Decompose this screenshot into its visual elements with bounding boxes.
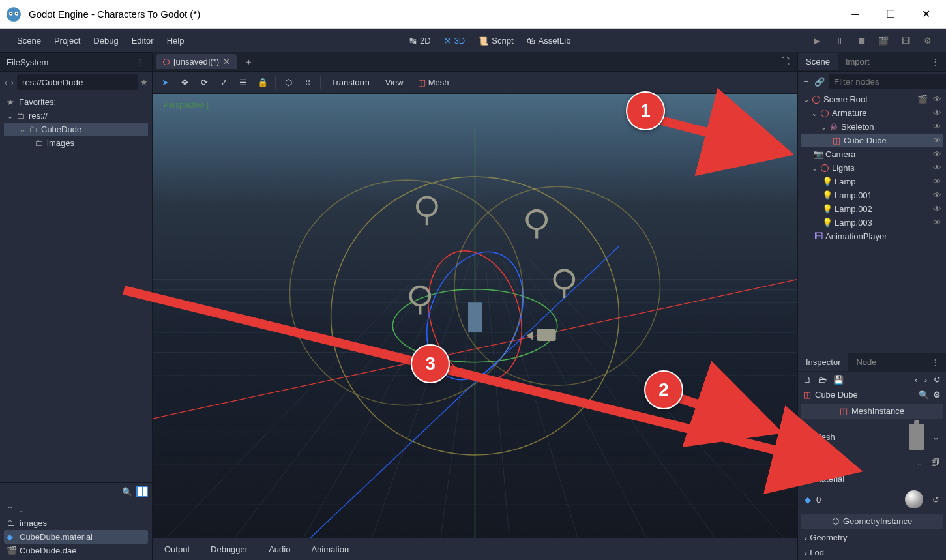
category-material[interactable]: ⌄Material — [798, 471, 946, 486]
inspect-settings-icon[interactable]: ⚙ — [933, 390, 941, 400]
filesystem-menu-icon[interactable]: ⋮ — [136, 57, 145, 67]
material-reset-icon[interactable]: ↺ — [928, 495, 939, 505]
distraction-free-icon[interactable]: ⛶ — [777, 57, 793, 66]
node-lights[interactable]: ⌄Lights👁 — [801, 161, 943, 175]
scene-tab[interactable]: Scene — [798, 53, 838, 70]
link-node-icon[interactable]: 🔗 — [814, 75, 825, 88]
visibility-icon[interactable]: 👁 — [933, 122, 941, 132]
file-search-icon[interactable]: 🔍 — [122, 487, 132, 497]
workspace-assetlib[interactable]: 🛍AssetLib — [520, 33, 578, 48]
mesh-thumbnail[interactable] — [909, 424, 924, 450]
visibility-icon[interactable]: 👁 — [933, 95, 941, 104]
minimize-button[interactable]: ─ — [846, 5, 865, 24]
favorites-label[interactable]: ★Favorites: — [4, 95, 148, 109]
path-input[interactable] — [17, 74, 138, 90]
node-lamp[interactable]: 💡Lamp👁 — [801, 175, 943, 188]
play-button[interactable]: ▶ — [809, 33, 825, 48]
history-icon[interactable]: ↺ — [934, 375, 941, 385]
category-lod[interactable]: ›Lod — [798, 545, 946, 560]
history-forward-icon[interactable]: › — [924, 375, 927, 385]
clapboard-icon[interactable]: 🎬 — [917, 95, 930, 104]
res-root[interactable]: ⌄🗀res:// — [4, 109, 148, 123]
nav-back-icon[interactable]: ‹ — [4, 76, 8, 89]
node-lamp-001[interactable]: 💡Lamp.001👁 — [801, 188, 943, 202]
workspace-script[interactable]: 📜Script — [471, 33, 520, 48]
menu-scene[interactable]: Scene — [10, 32, 48, 50]
select-tool-icon[interactable]: ➤ — [158, 76, 172, 90]
node-animation-player[interactable]: 🎞AnimationPlayer — [801, 229, 943, 243]
section-meshinstance[interactable]: ◫MeshInstance — [801, 404, 943, 419]
folder-cubedude[interactable]: ⌄🗀CubeDude — [4, 123, 148, 136]
filter-nodes-input[interactable] — [829, 74, 946, 89]
view-menu[interactable]: View — [380, 78, 409, 87]
resource-load-icon[interactable]: 🗁 — [818, 375, 827, 385]
tab-close-icon[interactable]: ✕ — [223, 57, 230, 66]
resource-new-icon[interactable]: 🗋 — [803, 375, 812, 385]
visibility-icon[interactable]: 👁 — [933, 108, 941, 118]
inspector-tab[interactable]: Inspector — [798, 353, 848, 371]
visibility-icon[interactable]: 👁 — [933, 190, 941, 200]
stop-button[interactable]: ⏹ — [853, 33, 869, 48]
workspace-3d[interactable]: ⤧3D — [437, 33, 472, 48]
scale-tool-icon[interactable]: ⤢ — [216, 76, 231, 90]
file-grid-view-icon[interactable] — [136, 486, 148, 497]
file-up[interactable]: 🗀.. — [4, 503, 148, 516]
import-tab[interactable]: Import — [838, 53, 878, 70]
node-cube-dube[interactable]: ◫Cube Dube👁 — [801, 134, 943, 147]
favorite-icon[interactable]: ★ — [140, 78, 148, 87]
render-settings-icon[interactable]: ⚙ — [920, 33, 936, 48]
section-geometryinstance[interactable]: ⬡GeometryInstance — [801, 514, 943, 529]
node-tab[interactable]: Node — [848, 353, 884, 371]
inspector-menu-icon[interactable]: ⋮ — [926, 357, 946, 367]
debugger-tab[interactable]: Debugger — [207, 542, 252, 557]
output-tab[interactable]: Output — [160, 542, 194, 557]
transform-menu[interactable]: Transform — [326, 78, 375, 87]
prop-mesh[interactable]: ⁑ Mesh ⌄ — [798, 420, 946, 454]
snap-tool-icon[interactable]: ⁞⁞ — [301, 76, 315, 90]
nav-forward-icon[interactable]: › — [10, 76, 14, 89]
menu-help[interactable]: Help — [160, 32, 191, 50]
cube-tool-icon[interactable]: ⬡ — [281, 76, 295, 90]
inspect-search-icon[interactable]: 🔍 — [919, 390, 929, 400]
mesh-menu[interactable]: ◫Mesh — [414, 78, 453, 87]
node-lamp-003[interactable]: 💡Lamp.003👁 — [801, 216, 943, 229]
node-camera[interactable]: 📷Camera👁 — [801, 147, 943, 161]
menu-debug[interactable]: Debug — [87, 32, 125, 50]
prop-skeleton[interactable]: Skeleton .. 🗐 — [798, 454, 946, 471]
3d-viewport[interactable]: [ Perspective ] — [153, 94, 797, 538]
node-lamp-002[interactable]: 💡Lamp.002👁 — [801, 202, 943, 216]
pause-button[interactable]: ⏸ — [831, 33, 847, 48]
list-tool-icon[interactable]: ☰ — [236, 76, 250, 90]
resource-save-icon[interactable]: 💾 — [833, 375, 844, 385]
node-scene-root[interactable]: ⌄Scene Root🎬👁 — [801, 93, 943, 106]
visibility-icon[interactable]: 👁 — [933, 204, 941, 214]
file-images[interactable]: 🗀images — [4, 516, 148, 530]
audio-tab[interactable]: Audio — [265, 542, 294, 557]
workspace-2d[interactable]: ↹2D — [403, 33, 437, 48]
scene-panel-menu-icon[interactable]: ⋮ — [926, 57, 946, 66]
visibility-icon[interactable]: 👁 — [933, 149, 941, 159]
file-material[interactable]: ◆CubeDube.material — [4, 530, 148, 544]
scene-tab[interactable]: [unsaved](*) ✕ — [156, 54, 237, 69]
node-armature[interactable]: ⌄Armature👁 — [801, 106, 943, 120]
animation-tab[interactable]: Animation — [307, 542, 353, 557]
maximize-button[interactable]: ☐ — [881, 5, 900, 24]
node-skeleton[interactable]: ⌄☠Skeleton👁 — [801, 120, 943, 134]
folder-images[interactable]: 🗀images — [4, 136, 148, 150]
close-button[interactable]: ✕ — [916, 5, 936, 24]
lock-tool-icon[interactable]: 🔒 — [256, 76, 270, 90]
visibility-icon[interactable]: 👁 — [933, 177, 941, 186]
history-back-icon[interactable]: ‹ — [915, 375, 917, 385]
menu-editor[interactable]: Editor — [125, 32, 160, 50]
play-custom-button[interactable]: 🎞 — [898, 33, 913, 48]
visibility-icon[interactable]: 👁 — [933, 163, 941, 173]
move-tool-icon[interactable]: ✥ — [177, 76, 192, 90]
play-scene-button[interactable]: 🎬 — [876, 33, 891, 48]
add-node-icon[interactable]: ＋ — [802, 75, 810, 88]
visibility-icon[interactable]: 👁 — [933, 218, 941, 228]
rotate-tool-icon[interactable]: ⟳ — [197, 76, 211, 90]
skeleton-assign-icon[interactable]: 🗐 — [927, 458, 939, 467]
visibility-icon[interactable]: 👁 — [933, 136, 941, 145]
add-tab-icon[interactable]: ＋ — [241, 56, 257, 68]
material-preview[interactable] — [905, 490, 923, 508]
